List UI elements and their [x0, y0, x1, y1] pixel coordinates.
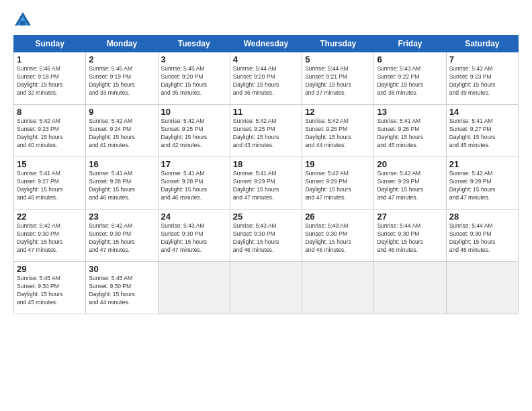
- calendar-header-tuesday: Tuesday: [158, 36, 230, 52]
- calendar-header-saturday: Saturday: [446, 36, 518, 52]
- day-info: Sunrise: 5:44 AM Sunset: 9:30 PM Dayligh…: [377, 222, 443, 255]
- calendar-header-friday: Friday: [374, 36, 446, 52]
- day-info: Sunrise: 5:42 AM Sunset: 9:25 PM Dayligh…: [161, 118, 227, 150]
- day-number: 17: [161, 159, 227, 169]
- day-number: 23: [89, 212, 154, 222]
- calendar-cell: 3Sunrise: 5:45 AM Sunset: 9:20 PM Daylig…: [158, 52, 230, 105]
- day-number: 25: [233, 212, 299, 222]
- day-info: Sunrise: 5:42 AM Sunset: 9:24 PM Dayligh…: [89, 118, 154, 150]
- logo: [13, 11, 35, 30]
- day-number: 11: [233, 107, 299, 117]
- day-number: 20: [377, 159, 443, 169]
- day-info: Sunrise: 5:44 AM Sunset: 9:20 PM Dayligh…: [233, 65, 299, 97]
- calendar-cell: 29Sunrise: 5:45 AM Sunset: 9:30 PM Dayli…: [14, 262, 86, 314]
- calendar-cell: 25Sunrise: 5:43 AM Sunset: 9:30 PM Dayli…: [230, 210, 302, 262]
- day-info: Sunrise: 5:42 AM Sunset: 9:25 PM Dayligh…: [233, 118, 299, 150]
- calendar-cell: 13Sunrise: 5:41 AM Sunset: 9:26 PM Dayli…: [374, 105, 446, 157]
- day-info: Sunrise: 5:42 AM Sunset: 9:30 PM Dayligh…: [89, 222, 154, 255]
- day-info: Sunrise: 5:44 AM Sunset: 9:21 PM Dayligh…: [305, 65, 371, 97]
- day-number: 19: [305, 159, 371, 169]
- day-info: Sunrise: 5:41 AM Sunset: 9:29 PM Dayligh…: [233, 170, 299, 202]
- calendar-cell: 21Sunrise: 5:42 AM Sunset: 9:29 PM Dayli…: [446, 157, 518, 210]
- calendar-cell: 7Sunrise: 5:43 AM Sunset: 9:23 PM Daylig…: [446, 52, 518, 105]
- header: [13, 11, 519, 30]
- day-info: Sunrise: 5:41 AM Sunset: 9:28 PM Dayligh…: [89, 170, 154, 202]
- calendar-cell: 10Sunrise: 5:42 AM Sunset: 9:25 PM Dayli…: [158, 105, 230, 157]
- calendar-cell: 20Sunrise: 5:42 AM Sunset: 9:29 PM Dayli…: [374, 157, 446, 210]
- logo-icon: [13, 11, 32, 30]
- day-info: Sunrise: 5:42 AM Sunset: 9:29 PM Dayligh…: [449, 170, 515, 202]
- day-info: Sunrise: 5:41 AM Sunset: 9:27 PM Dayligh…: [17, 170, 83, 202]
- calendar-week-3: 15Sunrise: 5:41 AM Sunset: 9:27 PM Dayli…: [14, 157, 519, 210]
- day-number: 29: [17, 264, 83, 274]
- day-info: Sunrise: 5:43 AM Sunset: 9:30 PM Dayligh…: [233, 222, 299, 255]
- calendar-cell: 28Sunrise: 5:44 AM Sunset: 9:30 PM Dayli…: [446, 210, 518, 262]
- calendar-cell: 17Sunrise: 5:41 AM Sunset: 9:28 PM Dayli…: [158, 157, 230, 210]
- day-info: Sunrise: 5:44 AM Sunset: 9:30 PM Dayligh…: [449, 222, 515, 255]
- calendar-cell: [230, 262, 302, 314]
- calendar-cell: 19Sunrise: 5:42 AM Sunset: 9:29 PM Dayli…: [302, 157, 374, 210]
- day-number: 27: [377, 212, 443, 222]
- day-number: 3: [161, 54, 227, 64]
- calendar-header-sunday: Sunday: [14, 36, 86, 52]
- day-info: Sunrise: 5:42 AM Sunset: 9:29 PM Dayligh…: [305, 170, 371, 202]
- day-number: 24: [161, 212, 227, 222]
- calendar-header-monday: Monday: [86, 36, 158, 52]
- calendar-cell: [158, 262, 230, 314]
- calendar-cell: 14Sunrise: 5:41 AM Sunset: 9:27 PM Dayli…: [446, 105, 518, 157]
- calendar-cell: 23Sunrise: 5:42 AM Sunset: 9:30 PM Dayli…: [86, 210, 158, 262]
- calendar-cell: 5Sunrise: 5:44 AM Sunset: 9:21 PM Daylig…: [302, 52, 374, 105]
- day-number: 14: [449, 107, 515, 117]
- day-info: Sunrise: 5:41 AM Sunset: 9:28 PM Dayligh…: [161, 170, 227, 202]
- calendar-week-2: 8Sunrise: 5:42 AM Sunset: 9:23 PM Daylig…: [14, 105, 519, 157]
- day-info: Sunrise: 5:43 AM Sunset: 9:22 PM Dayligh…: [377, 65, 443, 97]
- calendar-cell: 2Sunrise: 5:45 AM Sunset: 9:19 PM Daylig…: [86, 52, 158, 105]
- day-number: 8: [17, 107, 83, 117]
- day-info: Sunrise: 5:41 AM Sunset: 9:26 PM Dayligh…: [377, 118, 443, 150]
- day-info: Sunrise: 5:45 AM Sunset: 9:20 PM Dayligh…: [161, 65, 227, 97]
- day-number: 6: [377, 54, 443, 64]
- day-info: Sunrise: 5:42 AM Sunset: 9:23 PM Dayligh…: [17, 118, 83, 150]
- calendar-cell: 18Sunrise: 5:41 AM Sunset: 9:29 PM Dayli…: [230, 157, 302, 210]
- calendar-cell: 15Sunrise: 5:41 AM Sunset: 9:27 PM Dayli…: [14, 157, 86, 210]
- day-number: 15: [17, 159, 83, 169]
- svg-rect-2: [20, 21, 26, 26]
- calendar-cell: 8Sunrise: 5:42 AM Sunset: 9:23 PM Daylig…: [14, 105, 86, 157]
- calendar-week-5: 29Sunrise: 5:45 AM Sunset: 9:30 PM Dayli…: [14, 262, 519, 314]
- calendar-week-1: 1Sunrise: 5:46 AM Sunset: 9:18 PM Daylig…: [14, 52, 519, 105]
- calendar-week-4: 22Sunrise: 5:42 AM Sunset: 9:30 PM Dayli…: [14, 210, 519, 262]
- day-info: Sunrise: 5:42 AM Sunset: 9:26 PM Dayligh…: [305, 118, 371, 150]
- calendar-cell: [446, 262, 518, 314]
- day-number: 18: [233, 159, 299, 169]
- calendar-header-row: SundayMondayTuesdayWednesdayThursdayFrid…: [14, 36, 519, 52]
- day-number: 12: [305, 107, 371, 117]
- calendar: SundayMondayTuesdayWednesdayThursdayFrid…: [13, 35, 519, 314]
- calendar-header-wednesday: Wednesday: [230, 36, 302, 52]
- day-info: Sunrise: 5:45 AM Sunset: 9:30 PM Dayligh…: [89, 275, 154, 307]
- day-number: 30: [89, 264, 154, 274]
- day-number: 1: [17, 54, 83, 64]
- calendar-cell: 24Sunrise: 5:43 AM Sunset: 9:30 PM Dayli…: [158, 210, 230, 262]
- day-number: 22: [17, 212, 83, 222]
- calendar-cell: 26Sunrise: 5:43 AM Sunset: 9:30 PM Dayli…: [302, 210, 374, 262]
- page: SundayMondayTuesdayWednesdayThursdayFrid…: [0, 0, 532, 411]
- calendar-cell: 11Sunrise: 5:42 AM Sunset: 9:25 PM Dayli…: [230, 105, 302, 157]
- calendar-cell: 22Sunrise: 5:42 AM Sunset: 9:30 PM Dayli…: [14, 210, 86, 262]
- calendar-cell: 6Sunrise: 5:43 AM Sunset: 9:22 PM Daylig…: [374, 52, 446, 105]
- day-number: 21: [449, 159, 515, 169]
- day-info: Sunrise: 5:45 AM Sunset: 9:19 PM Dayligh…: [89, 65, 154, 97]
- calendar-cell: 12Sunrise: 5:42 AM Sunset: 9:26 PM Dayli…: [302, 105, 374, 157]
- day-number: 28: [449, 212, 515, 222]
- calendar-cell: 9Sunrise: 5:42 AM Sunset: 9:24 PM Daylig…: [86, 105, 158, 157]
- day-number: 5: [305, 54, 371, 64]
- day-number: 4: [233, 54, 299, 64]
- day-number: 9: [89, 107, 154, 117]
- day-info: Sunrise: 5:46 AM Sunset: 9:18 PM Dayligh…: [17, 65, 83, 97]
- calendar-cell: 16Sunrise: 5:41 AM Sunset: 9:28 PM Dayli…: [86, 157, 158, 210]
- day-info: Sunrise: 5:41 AM Sunset: 9:27 PM Dayligh…: [449, 118, 515, 150]
- day-info: Sunrise: 5:43 AM Sunset: 9:30 PM Dayligh…: [161, 222, 227, 255]
- day-info: Sunrise: 5:45 AM Sunset: 9:30 PM Dayligh…: [17, 275, 83, 307]
- calendar-cell: 30Sunrise: 5:45 AM Sunset: 9:30 PM Dayli…: [86, 262, 158, 314]
- day-info: Sunrise: 5:43 AM Sunset: 9:23 PM Dayligh…: [449, 65, 515, 97]
- day-number: 2: [89, 54, 154, 64]
